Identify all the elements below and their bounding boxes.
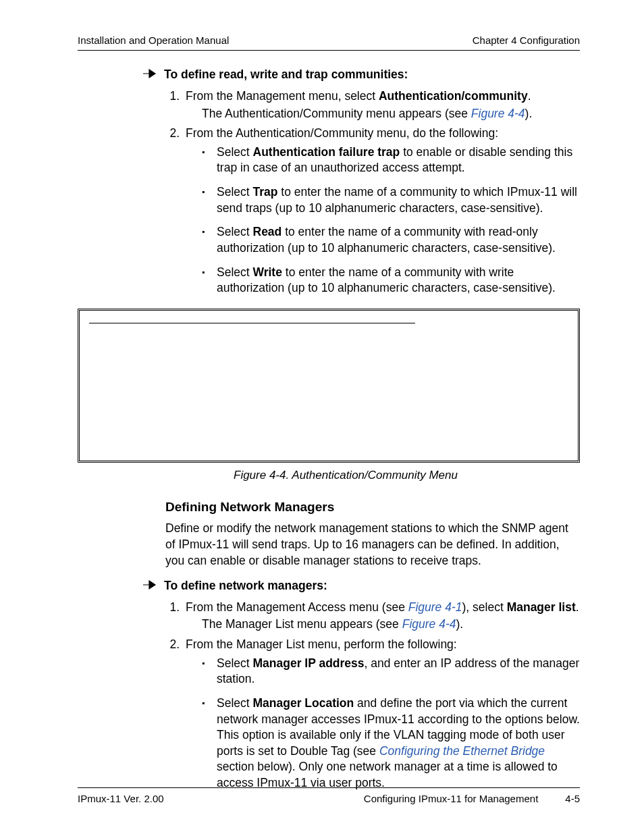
figure-box <box>78 309 580 463</box>
bullet-item: Select Manager Location and define the p… <box>202 696 580 791</box>
step-item: From the Authentication/Community menu, … <box>183 126 580 296</box>
step-text: From the Management Access menu (see <box>186 600 408 614</box>
step-result: The Authentication/Community menu appear… <box>202 106 580 122</box>
bullet-text: Select <box>217 225 253 238</box>
ui-term: Manager list <box>507 600 576 614</box>
step-text: From the Manager List menu, perform the … <box>186 637 457 651</box>
result-text: ). <box>456 617 463 631</box>
content-area: To define read, write and trap communiti… <box>145 67 580 791</box>
procedure-heading: To define read, write and trap communiti… <box>164 67 580 83</box>
section-link[interactable]: Configuring the Ethernet Bridge <box>379 744 545 758</box>
bullet-item: Select Trap to enter the name of a commu… <box>202 184 580 216</box>
step-text: From the Authentication/Community menu, … <box>186 126 498 140</box>
bullet-item: Select Authentication failure trap to en… <box>202 145 580 176</box>
procedure-title: To define network managers: <box>164 579 327 592</box>
figure-link[interactable]: Figure 4-4 <box>471 107 525 120</box>
ui-term: Read <box>253 225 282 238</box>
bullet-text: Select <box>217 265 253 279</box>
bullet-text: Select <box>217 145 253 159</box>
step-list: From the Management Access menu (see Fig… <box>164 600 580 791</box>
bullet-text: section below). Only one network manager… <box>217 760 558 789</box>
figure-link[interactable]: Figure 4-1 <box>408 600 462 614</box>
section-heading: Defining Network Managers <box>165 498 580 516</box>
footer-page-number: 4-5 <box>565 792 580 806</box>
ui-term: Trap <box>253 185 278 199</box>
arrow-icon <box>142 68 159 79</box>
step-text: . <box>576 600 579 614</box>
running-footer: IPmux-11 Ver. 2.00 Configuring IPmux-11 … <box>78 787 580 806</box>
step-item: From the Management menu, select Authent… <box>183 88 580 122</box>
page: Installation and Operation Manual Chapte… <box>0 0 644 834</box>
step-text: ), select <box>462 600 507 614</box>
ui-term: Authentication failure trap <box>253 145 400 159</box>
footer-left: IPmux-11 Ver. 2.00 <box>78 792 164 806</box>
running-header: Installation and Operation Manual Chapte… <box>78 34 580 51</box>
arrow-icon <box>142 579 159 590</box>
ui-term: Write <box>253 265 282 279</box>
ui-term: Manager Location <box>253 696 354 710</box>
bullet-item: Select Manager IP address, and enter an … <box>202 656 580 687</box>
ui-term: Manager IP address <box>253 656 365 670</box>
ui-term: Authentication/community <box>379 89 528 103</box>
procedure-heading: To define network managers: <box>164 578 580 594</box>
header-left: Installation and Operation Manual <box>78 34 229 47</box>
header-right: Chapter 4 Configuration <box>473 34 580 47</box>
bullet-text: Select <box>217 696 253 710</box>
step-text: From the Management menu, select <box>186 89 379 103</box>
step-item: From the Manager List menu, perform the … <box>183 637 580 791</box>
result-text: The Manager List menu appears (see <box>202 617 402 631</box>
figure-caption: Figure 4-4. Authentication/Community Men… <box>111 468 580 484</box>
step-result: The Manager List menu appears (see Figur… <box>202 617 580 633</box>
footer-section: Configuring IPmux-11 for Management <box>364 792 538 806</box>
bullet-text: Select <box>217 185 253 199</box>
bullet-list: Select Authentication failure trap to en… <box>186 145 580 296</box>
procedure-title: To define read, write and trap communiti… <box>164 68 408 81</box>
step-item: From the Management Access menu (see Fig… <box>183 600 580 633</box>
result-text: ). <box>525 107 533 120</box>
bullet-text: Select <box>217 656 253 670</box>
bullet-item: Select Read to enter the name of a commu… <box>202 224 580 256</box>
bullet-list: Select Manager IP address, and enter an … <box>186 656 580 791</box>
bullet-item: Select Write to enter the name of a comm… <box>202 265 580 296</box>
figure-link[interactable]: Figure 4-4 <box>402 617 456 631</box>
result-text: The Authentication/Community menu appear… <box>202 107 471 120</box>
figure-rule <box>89 323 415 323</box>
body-paragraph: Define or modify the network management … <box>165 521 580 569</box>
step-text: . <box>528 89 531 103</box>
step-list: From the Management menu, select Authent… <box>164 88 580 296</box>
